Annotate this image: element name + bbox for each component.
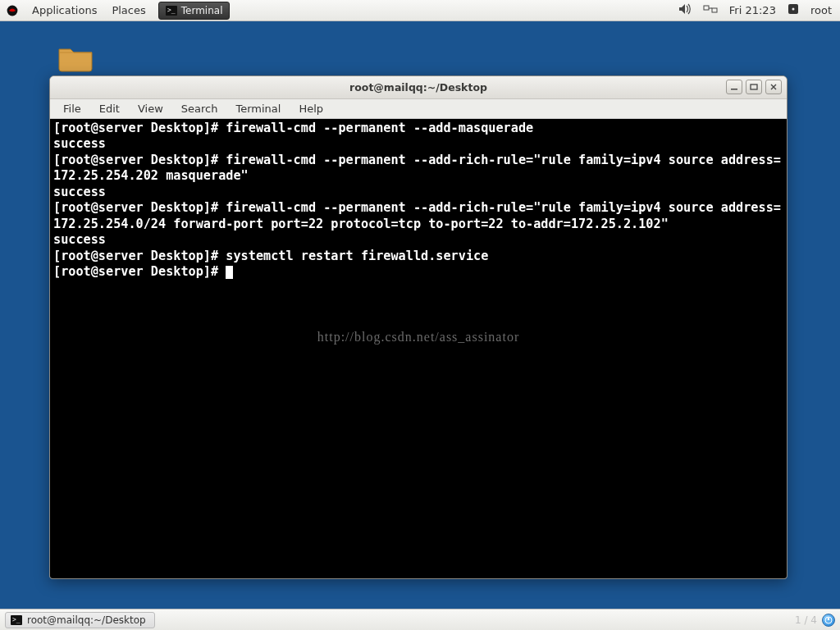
terminal-window: root@mailqq:~/Desktop File Edit View Sea… xyxy=(49,75,788,579)
panel-task-label: Terminal xyxy=(181,5,223,16)
menu-view[interactable]: View xyxy=(130,101,171,116)
volume-icon[interactable] xyxy=(678,3,692,17)
maximize-button[interactable] xyxy=(746,80,762,94)
terminal-line: [root@server Desktop]# firewall-cmd --pe… xyxy=(53,153,781,183)
logout-icon[interactable] xyxy=(788,3,799,17)
window-title: root@mailqq:~/Desktop xyxy=(349,81,487,94)
menu-file[interactable]: File xyxy=(55,101,89,116)
terminal-body[interactable]: [root@server Desktop]# firewall-cmd --pe… xyxy=(50,119,787,578)
terminal-line: [root@server Desktop]# systemctl restart… xyxy=(53,249,488,263)
home-folder-icon[interactable] xyxy=(57,43,94,72)
svg-text:>_: >_ xyxy=(12,616,21,623)
system-tray: Fri 21:23 root xyxy=(678,3,840,17)
terminal-line: success xyxy=(53,185,106,199)
svg-point-6 xyxy=(792,8,794,11)
terminal-icon: >_ xyxy=(11,615,22,625)
workspace-indicator[interactable] xyxy=(822,614,835,627)
watermark-text: http://blog.csdn.net/ass_assinator xyxy=(50,329,787,345)
places-menu[interactable]: Places xyxy=(104,0,153,21)
terminal-icon: >_ xyxy=(166,6,177,16)
menu-terminal[interactable]: Terminal xyxy=(227,101,289,116)
panel-task-terminal[interactable]: >_ Terminal xyxy=(158,2,231,20)
close-button[interactable] xyxy=(765,80,782,94)
svg-rect-3 xyxy=(704,6,709,10)
pager-label: 1 / 4 xyxy=(795,614,817,626)
clock[interactable]: Fri 21:23 xyxy=(729,4,776,16)
svg-text:>_: >_ xyxy=(167,7,176,14)
titlebar[interactable]: root@mailqq:~/Desktop xyxy=(50,76,787,99)
terminal-line: [root@server Desktop]# xyxy=(53,264,226,279)
svg-rect-7 xyxy=(731,89,737,90)
menu-search[interactable]: Search xyxy=(173,101,226,116)
window-controls xyxy=(726,80,782,94)
user-label[interactable]: root xyxy=(810,4,832,16)
svg-rect-4 xyxy=(712,8,717,12)
distro-icon xyxy=(5,3,20,18)
cursor xyxy=(226,266,233,279)
svg-rect-8 xyxy=(751,84,757,89)
taskbar-item-label: root@mailqq:~/Desktop xyxy=(27,614,146,626)
svg-rect-12 xyxy=(828,618,829,620)
menu-help[interactable]: Help xyxy=(290,101,331,116)
terminal-line: success xyxy=(53,232,106,247)
taskbar-item-terminal[interactable]: >_ root@mailqq:~/Desktop xyxy=(5,612,155,628)
desktop: root@mailqq:~/Desktop File Edit View Sea… xyxy=(0,21,840,609)
terminal-line: [root@server Desktop]# firewall-cmd --pe… xyxy=(53,121,533,135)
menubar: File Edit View Search Terminal Help xyxy=(50,99,787,119)
top-panel: Applications Places >_ Terminal Fri 21:2… xyxy=(0,0,840,21)
bottom-right: 1 / 4 xyxy=(795,614,835,627)
minimize-button[interactable] xyxy=(726,80,742,94)
applications-menu[interactable]: Applications xyxy=(25,0,104,21)
terminal-line: [root@server Desktop]# firewall-cmd --pe… xyxy=(53,200,781,231)
network-icon[interactable] xyxy=(703,3,718,17)
menu-edit[interactable]: Edit xyxy=(91,101,128,116)
terminal-line: success xyxy=(53,136,106,151)
bottom-panel: >_ root@mailqq:~/Desktop 1 / 4 xyxy=(0,609,840,630)
